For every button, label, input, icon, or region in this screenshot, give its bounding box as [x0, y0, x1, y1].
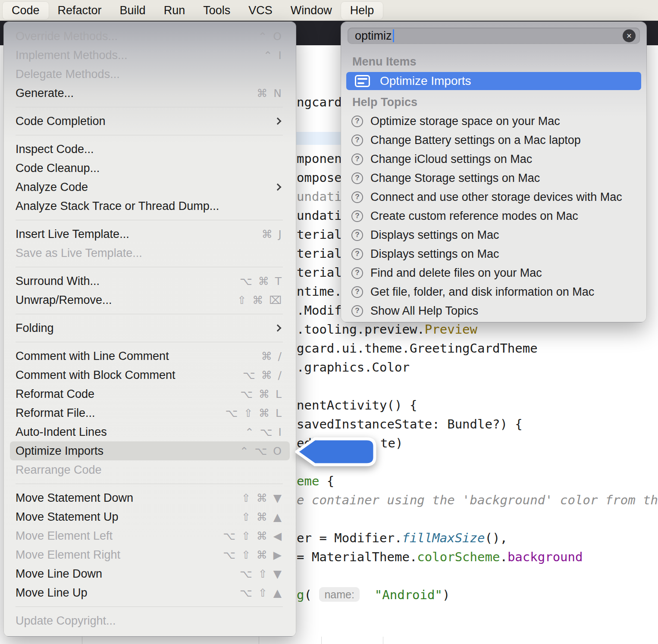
code-token: colorScheme [417, 550, 500, 564]
menu-item-save-as-live-template: Save as Live Template... [4, 244, 296, 263]
menu-item-move-statement-up[interactable]: Move Statement Up⇧ ⌘ ▲ [4, 507, 296, 526]
question-icon: ? [351, 286, 363, 298]
menu-item-move-line-up[interactable]: Move Line Up⌥ ⇧ ▲ [4, 583, 296, 602]
menu-item-move-element-left: Move Element Left⌥ ⇧ ⌘ ◀ [4, 526, 296, 545]
menu-item-analyze-stack-trace-or-thread-dump[interactable]: Analyze Stack Trace or Thread Dump... [4, 197, 296, 216]
question-icon: ? [351, 153, 363, 165]
menu-item-label: Reformat Code [16, 388, 94, 401]
menu-item-label: Generate... [16, 87, 74, 100]
help-search-input[interactable]: optimiz ✕ [348, 28, 640, 44]
menu-item-label: Implement Methods... [16, 49, 128, 62]
code-line: .tooling.preview.Preview [297, 321, 477, 338]
menu-item-optimize-imports[interactable]: Optimize Imports⌃ ⌥ O [4, 441, 296, 460]
indent-guide [82, 637, 82, 644]
code-token: er = Modifier. [297, 531, 402, 545]
menu-item-label: Rearrange Code [16, 463, 102, 477]
code-line: eme { [297, 472, 334, 490]
menu-item-label: Move Statement Up [16, 510, 119, 524]
menu-item-generate[interactable]: Generate...⌘ N [4, 84, 296, 103]
menu-item-unwrap-remove[interactable]: Unwrap/Remove...⇧ ⌘ ⌧ [4, 291, 296, 309]
menu-item-reformat-code[interactable]: Reformat Code⌥ ⌘ L [4, 385, 296, 403]
help-topic-label: Displays settings on Mac [370, 228, 499, 242]
menu-item-label: Auto-Indent Lines [16, 425, 107, 439]
question-icon: ? [351, 267, 363, 279]
shortcut-label: ⌥ ⌘ T [240, 275, 283, 288]
menu-item-reformat-file[interactable]: Reformat File...⌥ ⇧ ⌘ L [4, 403, 296, 422]
menu-item-auto-indent-lines[interactable]: Auto-Indent Lines⌃ ⌥ I [4, 422, 296, 441]
menu-item-insert-live-template[interactable]: Insert Live Template...⌘ J [4, 225, 296, 244]
menu-separator [16, 342, 283, 342]
shortcut-label: ⌥ ⌘ / [243, 369, 283, 381]
menubar-item-run[interactable]: Run [155, 2, 194, 19]
help-topic-connect-and-use-other-storage-devices-with-mac[interactable]: ?Connect and use other storage devices w… [341, 188, 646, 206]
help-topic-label: Find and delete files on your Mac [370, 266, 542, 280]
menu-item-analyze-code[interactable]: Analyze Code [4, 178, 296, 197]
menu-item-label: Code Cleanup... [16, 162, 100, 175]
menu-separator [16, 484, 283, 484]
menu-item-surround-with[interactable]: Surround With...⌥ ⌘ T [4, 272, 296, 291]
help-topic-displays-settings-on-mac[interactable]: ?Displays settings on Mac [341, 225, 646, 244]
menu-items-header: Menu Items [352, 55, 646, 68]
help-topic-label: Create custom reference modes on Mac [370, 209, 578, 223]
menu-item-inspect-code[interactable]: Inspect Code... [4, 140, 296, 159]
shortcut-label: ⌘ / [261, 350, 283, 363]
help-topic-find-and-delete-files-on-your-mac[interactable]: ?Find and delete files on your Mac [341, 263, 646, 282]
code-token: ntime. [297, 284, 342, 299]
menu-card-icon [355, 75, 370, 87]
indent-guide [321, 637, 322, 644]
help-topic-change-battery-settings-on-a-mac-laptop[interactable]: ?Change Battery settings on a Mac laptop [341, 131, 646, 150]
question-icon: ? [351, 134, 363, 146]
help-topic-displays-settings-on-mac-2[interactable]: ?Displays settings on Mac [341, 244, 646, 263]
menu-item-label: Reformat File... [16, 406, 95, 420]
menu-separator [16, 267, 283, 267]
help-topic-get-file-folder-and-disk-information-on-mac[interactable]: ?Get file, folder, and disk information … [341, 282, 646, 301]
menubar-item-window[interactable]: Window [282, 2, 341, 19]
help-topic-change-storage-settings-on-mac[interactable]: ?Change Storage settings on Mac [341, 169, 646, 188]
question-icon: ? [351, 248, 363, 260]
shortcut-label: ⌃ I [263, 49, 283, 62]
help-topic-label: Change iCloud settings on Mac [370, 153, 532, 166]
menu-item-move-line-down[interactable]: Move Line Down⌥ ⇧ ▼ [4, 564, 296, 583]
shortcut-label: ⌥ ⇧ ⌘ ▶ [223, 549, 283, 561]
menubar: CodeRefactorBuildRunToolsVCSWindowHelp [0, 0, 658, 21]
code-token: .tooling.preview. [297, 322, 425, 337]
help-result-optimize-imports[interactable]: Optimize Imports [346, 72, 641, 90]
help-topic-create-custom-reference-modes-on-mac[interactable]: ?Create custom reference modes on Mac [341, 206, 646, 225]
code-line: g( name: "Android") [297, 586, 450, 603]
help-topic-label: Get file, folder, and disk information o… [370, 285, 594, 299]
menu-item-label: Optimize Imports [16, 444, 103, 458]
menubar-item-build[interactable]: Build [111, 2, 155, 19]
shortcut-label: ⌘ N [257, 87, 283, 100]
code-token: { [319, 474, 334, 488]
menu-item-label: Comment with Line Comment [16, 350, 169, 363]
menu-separator [16, 606, 283, 607]
menu-item-code-completion[interactable]: Code Completion [4, 112, 296, 131]
menu-item-label: Comment with Block Comment [16, 369, 175, 382]
menu-item-code-cleanup[interactable]: Code Cleanup... [4, 159, 296, 178]
question-icon: ? [351, 191, 363, 203]
menu-item-move-statement-down[interactable]: Move Statement Down⇧ ⌘ ▼ [4, 488, 296, 507]
code-token: ngcard [297, 95, 342, 109]
menu-item-label: Insert Live Template... [16, 228, 129, 241]
indent-guide [383, 637, 383, 644]
menubar-item-refactor[interactable]: Refactor [49, 2, 111, 19]
menubar-item-vcs[interactable]: VCS [239, 2, 282, 19]
shortcut-label: ⌥ ⌘ L [240, 388, 283, 400]
callout-arrow [292, 435, 379, 469]
menu-item-comment-with-line-comment[interactable]: Comment with Line Comment⌘ / [4, 347, 296, 366]
help-topic-label: Connect and use other storage devices wi… [370, 191, 622, 204]
code-line: savedInstanceState: Bundle?) { [297, 416, 523, 433]
code-line: te) [380, 435, 403, 452]
menubar-item-tools[interactable]: Tools [194, 2, 239, 19]
clear-search-icon[interactable]: ✕ [623, 29, 636, 42]
help-topic-optimize-storage-space-on-your-mac[interactable]: ?Optimize storage space on your Mac [341, 112, 646, 131]
menubar-item-code[interactable]: Code [3, 2, 49, 19]
help-topic-show-all-help-topics[interactable]: ?Show All Help Topics [341, 301, 646, 320]
help-topic-change-icloud-settings-on-mac[interactable]: ?Change iCloud settings on Mac [341, 150, 646, 169]
menu-item-update-copyright: Update Copyright... [4, 611, 296, 630]
menu-item-folding[interactable]: Folding [4, 319, 296, 338]
menu-item-label: Code Completion [16, 115, 106, 128]
menu-item-label: Update Copyright... [16, 614, 116, 628]
menu-item-comment-with-block-comment[interactable]: Comment with Block Comment⌥ ⌘ / [4, 366, 296, 385]
menubar-item-help[interactable]: Help [341, 2, 383, 19]
